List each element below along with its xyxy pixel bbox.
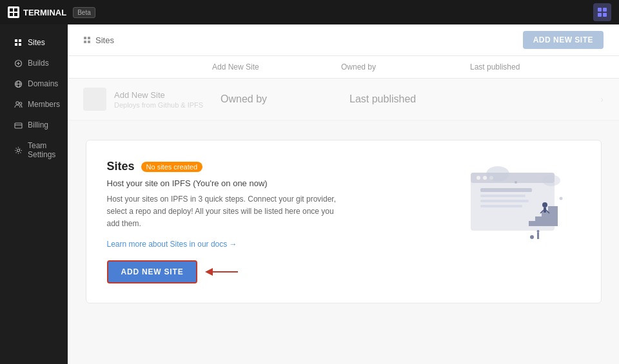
svg-rect-28 [480,188,532,192]
content-header: Sites ADD NEW SITE [68,24,619,56]
svg-point-44 [559,197,562,200]
table-placeholder-row: Add New Site Deploys from Github & IPFS … [68,79,619,120]
beta-badge: Beta [73,7,95,18]
svg-rect-2 [10,13,13,16]
svg-point-26 [483,176,487,180]
sidebar-item-members-label: Members [28,100,60,109]
svg-rect-21 [84,41,86,43]
svg-rect-8 [15,39,17,42]
main-layout: Sites Builds Domains Members [0,24,619,364]
add-new-site-button[interactable]: ADD NEW SITE [107,260,198,283]
svg-rect-30 [480,200,529,202]
sidebar-item-domains[interactable]: Domains [4,74,64,93]
svg-rect-31 [480,205,522,207]
svg-point-32 [486,166,509,182]
svg-rect-39 [544,207,546,213]
add-site-row: ADD NEW SITE [107,260,438,283]
svg-point-25 [477,176,480,180]
svg-rect-22 [88,41,90,43]
empty-state-description: Host your sites on IPFS in 3 quick steps… [107,193,339,231]
no-sites-badge: No sites created [141,162,202,172]
svg-rect-41 [537,233,539,239]
placeholder-last: Last published [349,93,600,105]
logo-icon [8,6,19,18]
svg-point-38 [542,202,547,207]
svg-rect-11 [19,43,21,46]
topbar: TERMINAL Beta [0,0,619,24]
sidebar-item-sites[interactable]: Sites [4,33,64,52]
placeholder-owned: Owned by [221,93,349,105]
svg-point-43 [515,181,517,184]
svg-rect-3 [14,13,17,16]
empty-state-subtitle: Host your site on IPFS (You're on one no… [107,178,438,188]
add-new-site-header-button[interactable]: ADD NEW SITE [523,31,604,49]
svg-rect-4 [598,8,602,12]
empty-state-card: Sites No sites created Host your site on… [86,140,602,303]
breadcrumb: Sites [83,35,114,45]
svg-rect-5 [603,8,607,12]
empty-state-wrapper: Sites No sites created Host your site on… [68,120,619,364]
sidebar-item-billing[interactable]: Billing [4,115,64,135]
table-header: Add New Site Owned by Last published [68,56,619,79]
user-avatar[interactable] [593,3,611,21]
svg-rect-9 [19,39,21,42]
svg-point-40 [530,235,534,239]
svg-rect-1 [14,8,17,12]
app-name: TERMINAL [23,8,66,17]
svg-rect-6 [598,13,602,17]
learn-more-link[interactable]: Learn more about Sites in our docs → [107,240,438,249]
app-logo: TERMINAL [8,6,66,18]
svg-rect-17 [15,123,22,128]
svg-point-16 [19,102,22,104]
sidebar-item-team-settings-label: Team Settings [28,141,55,159]
site-info-placeholder: Add New Site Deploys from Github & IPFS [114,90,221,109]
svg-rect-10 [15,43,17,46]
empty-state-title-row: Sites No sites created [107,160,438,173]
svg-rect-37 [548,206,558,226]
site-icon-placeholder [83,88,106,111]
sidebar-item-team-settings[interactable]: Team Settings [4,136,64,164]
sidebar-item-members[interactable]: Members [4,95,64,114]
svg-rect-19 [84,37,86,39]
empty-state-content: Sites No sites created Host your site on… [107,160,438,283]
sidebar-item-sites-label: Sites [28,38,45,47]
sidebar-item-billing-label: Billing [28,120,48,129]
col-deploys: Add New Site [212,62,341,72]
chevron-right-icon: › [600,94,604,104]
svg-point-33 [542,175,560,186]
sidebar-item-builds[interactable]: Builds [4,53,64,73]
illustration [451,160,580,250]
col-owned: Owned by [341,62,470,72]
svg-rect-0 [10,8,13,12]
svg-point-15 [16,101,19,104]
col-last: Last published [470,62,604,72]
empty-state-title: Sites [107,160,135,173]
svg-point-42 [536,230,539,233]
sidebar: Sites Builds Domains Members [0,24,68,364]
arrow-annotation [202,265,241,278]
placeholder-title: Add New Site [114,90,221,100]
content-area: Sites ADD NEW SITE Add New Site Owned by… [68,24,619,364]
sites-breadcrumb-icon [83,36,92,44]
sidebar-item-domains-label: Domains [28,79,58,88]
placeholder-subtitle: Deploys from Github & IPFS [114,101,221,109]
arrow-icon [202,265,241,278]
svg-rect-20 [88,37,90,39]
svg-rect-29 [480,195,526,197]
svg-point-18 [17,149,20,151]
breadcrumb-label: Sites [95,35,114,45]
sidebar-item-builds-label: Builds [28,59,49,68]
svg-rect-7 [603,13,607,17]
